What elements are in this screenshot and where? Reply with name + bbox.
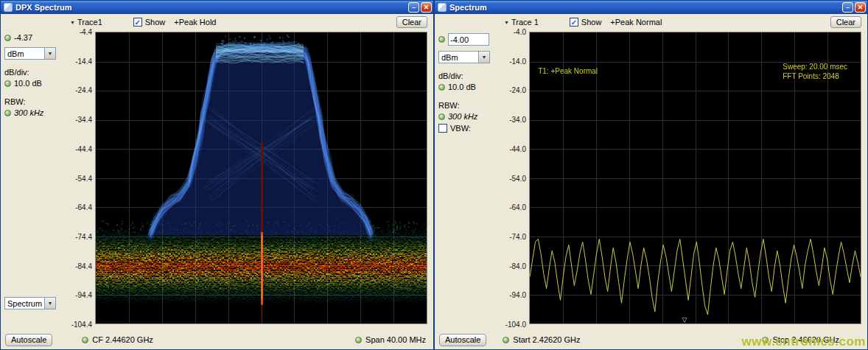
chevron-down-icon: ▼: [44, 48, 55, 59]
ref-level-input[interactable]: [448, 33, 489, 46]
checkbox-unchecked-icon: [438, 124, 447, 133]
y-axis-tick-label: -64.4: [75, 203, 92, 211]
display-mode-value: Spectrum: [5, 299, 44, 308]
detector-label: +Peak Normal: [610, 18, 662, 27]
unit-select[interactable]: dBm ▼: [438, 51, 490, 63]
rbw-label: RBW:: [4, 97, 67, 106]
center-frequency-readout[interactable]: CF 2.44620 GHz: [92, 335, 153, 344]
spectrum-sidebar: dBm ▼ dB/div: 10.0 dB RBW: 300 kHz VBW:: [435, 14, 503, 332]
trace-select[interactable]: ▼ Trace 1: [504, 18, 539, 27]
rbw-control: 300 kHz: [4, 108, 67, 117]
dbdiv-knob-icon[interactable]: [438, 84, 445, 91]
y-axis-tick-label: -14.4: [75, 57, 92, 65]
dbdiv-value[interactable]: 10.0 dB: [14, 79, 42, 88]
dpx-window-body: -4.37 dBm ▼ dB/div: 10.0 dB RBW: 300 kHz: [1, 14, 433, 349]
unit-select[interactable]: dBm ▼: [4, 47, 56, 60]
y-axis-tick-label: -34.4: [75, 116, 92, 124]
close-button[interactable]: ✕: [421, 2, 432, 13]
start-frequency-readout[interactable]: Start 2.42620 GHz: [513, 335, 580, 344]
spectrum-toolbar: ▼ Trace 1 ✓ Show +Peak Normal Clear: [503, 14, 867, 30]
y-axis-tick-label: -94.0: [509, 291, 526, 299]
dbdiv-label: dB/div:: [438, 71, 501, 80]
app-icon: [438, 3, 447, 12]
window-title: DPX Spectrum: [15, 3, 405, 12]
dpx-footer: Autoscale CF 2.44620 GHz Span 40.00 MHz: [1, 332, 433, 349]
ref-level-knob-icon[interactable]: [438, 36, 445, 43]
dpx-canvas[interactable]: [96, 32, 427, 323]
dbdiv-value[interactable]: 10.0 dB: [448, 83, 476, 91]
center-frequency-control: CF 2.44620 GHz: [82, 335, 153, 344]
clear-button[interactable]: Clear: [396, 16, 427, 28]
dbdiv-label: dB/div:: [4, 68, 67, 77]
rbw-knob-icon[interactable]: [4, 110, 11, 116]
start-knob-icon[interactable]: [503, 337, 509, 343]
ref-level-knob-icon[interactable]: [4, 35, 11, 41]
span-knob-icon[interactable]: [355, 337, 362, 343]
checkbox-checked-icon: ✓: [570, 18, 578, 27]
rbw-knob-icon[interactable]: [438, 113, 445, 120]
dbdiv-knob-icon[interactable]: [4, 80, 11, 87]
spec-y-axis: -4.0-14.0-24.0-34.0-44.0-54.0-64.0-74.0-…: [503, 32, 529, 324]
display-mode-select[interactable]: Spectrum ▼: [4, 297, 56, 309]
close-button[interactable]: ✕: [855, 2, 866, 13]
y-axis-tick-label: -14.0: [509, 57, 526, 65]
rbw-control: 300 kHz: [438, 112, 501, 121]
checkbox-checked-icon: ✓: [133, 18, 142, 27]
y-axis-tick-label: -74.0: [509, 232, 526, 240]
unit-value: dBm: [439, 53, 478, 62]
span-readout[interactable]: Span 40.00 MHz: [365, 335, 426, 344]
trace-label: Trace 1: [511, 18, 539, 27]
watermark-text: www.cntronics.com: [742, 335, 866, 349]
dbdiv-control: 10.0 dB: [438, 83, 501, 91]
dpx-titlebar: DPX Spectrum – ✕: [1, 1, 433, 14]
sweep-text: Sweep: 20.00 msec: [783, 62, 847, 71]
clear-button[interactable]: Clear: [830, 16, 861, 28]
minimize-button[interactable]: –: [842, 2, 853, 13]
rbw-value[interactable]: 300 kHz: [14, 108, 43, 117]
ref-level-value[interactable]: -4.37: [14, 33, 32, 42]
chevron-down-icon: ▼: [70, 20, 75, 25]
y-axis-tick-label: -4.0: [514, 28, 526, 36]
minimize-button[interactable]: –: [408, 2, 419, 13]
rbw-label: RBW:: [438, 101, 501, 110]
dpx-toolbar: ▼ Trace1 ✓ Show +Peak Hold Clear: [69, 14, 433, 30]
y-axis-tick-label: -24.4: [75, 86, 92, 94]
y-axis-tick-label: -74.4: [75, 232, 92, 240]
titlebar-buttons: – ✕: [408, 2, 432, 13]
fft-points-text: FFT Points: 2048: [783, 71, 847, 81]
sweep-annotation: Sweep: 20.00 msec FFT Points: 2048: [783, 62, 847, 81]
y-axis-tick-label: -24.0: [509, 86, 526, 94]
trace-select[interactable]: ▼ Trace1: [70, 18, 102, 27]
trace-annotation: T1: +Peak Normal: [538, 67, 598, 75]
window-title: Spectrum: [449, 3, 839, 12]
chevron-down-icon: ▼: [44, 298, 55, 309]
autoscale-button[interactable]: Autoscale: [439, 334, 486, 346]
spectrum-plot-area[interactable]: T1: +Peak Normal Sweep: 20.00 msec FFT P…: [529, 32, 861, 324]
spectrum-titlebar: Spectrum – ✕: [435, 1, 867, 14]
ref-level-control: -4.37: [4, 33, 67, 42]
ref-level-control: [438, 33, 501, 46]
spectrum-window-body: dBm ▼ dB/div: 10.0 dB RBW: 300 kHz VBW:: [435, 14, 867, 349]
show-label: Show: [145, 18, 166, 27]
app-icon: [4, 3, 13, 12]
chevron-down-icon: ▼: [504, 20, 509, 25]
y-axis-tick-label: -44.4: [75, 144, 92, 153]
titlebar-buttons: – ✕: [842, 2, 866, 13]
dpx-plot-area[interactable]: [95, 32, 427, 324]
marker-triangle-icon[interactable]: ▽: [682, 316, 687, 323]
vbw-checkbox[interactable]: VBW:: [438, 124, 501, 133]
rbw-value[interactable]: 300 kHz: [448, 112, 477, 121]
y-axis-tick-label: -4.4: [80, 28, 92, 36]
y-axis-tick-label: -84.4: [75, 262, 92, 270]
autoscale-button[interactable]: Autoscale: [5, 334, 52, 346]
vbw-label: VBW:: [450, 124, 471, 133]
show-checkbox[interactable]: ✓ Show: [570, 18, 602, 27]
dpx-sidebar: -4.37 dBm ▼ dB/div: 10.0 dB RBW: 300 kHz: [1, 14, 69, 332]
detector-label: +Peak Hold: [174, 18, 216, 27]
chevron-down-icon: ▼: [478, 52, 489, 63]
y-axis-tick-label: -104.4: [71, 321, 92, 329]
cf-knob-icon[interactable]: [82, 337, 88, 343]
y-axis-tick-label: -54.0: [509, 174, 526, 182]
start-frequency-control: Start 2.42620 GHz: [503, 335, 580, 344]
show-checkbox[interactable]: ✓ Show: [133, 18, 166, 27]
